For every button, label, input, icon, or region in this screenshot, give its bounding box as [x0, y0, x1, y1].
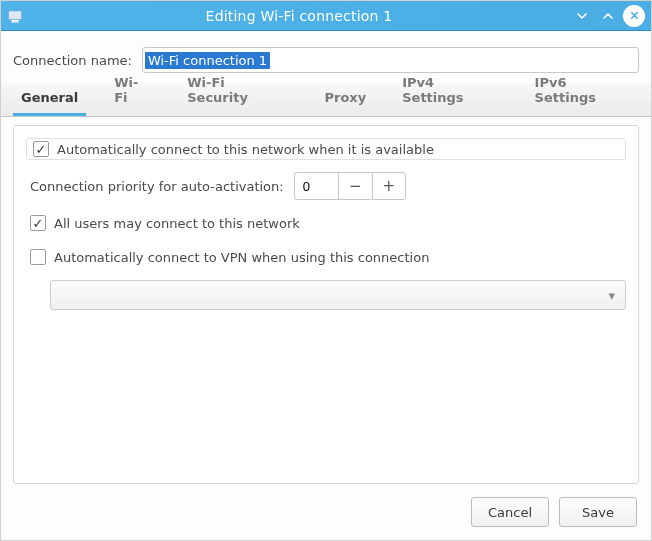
cancel-button[interactable]: Cancel [471, 497, 549, 527]
auto-vpn-checkbox[interactable] [30, 249, 46, 265]
chevron-down-icon: ▾ [608, 288, 615, 303]
connection-name-label: Connection name: [13, 53, 132, 68]
dialog-footer: Cancel Save [1, 492, 651, 540]
close-icon [629, 10, 640, 21]
dialog-body: Connection name: Wi-Fi connection 1 Gene… [1, 31, 651, 540]
tab-ipv4-settings[interactable]: IPv4 Settings [394, 67, 506, 116]
priority-increment-button[interactable]: + [372, 172, 406, 200]
tab-wi-fi[interactable]: Wi-Fi [106, 67, 159, 116]
network-connection-editor-window: Editing Wi-Fi connection 1 Connection na… [0, 0, 652, 541]
all-users-label: All users may connect to this network [54, 216, 300, 231]
auto-vpn-label: Automatically connect to VPN when using … [54, 250, 429, 265]
window-close-button[interactable] [623, 5, 645, 27]
save-button[interactable]: Save [559, 497, 637, 527]
all-users-row[interactable]: All users may connect to this network [26, 212, 626, 234]
save-button-label: Save [582, 505, 614, 520]
priority-label: Connection priority for auto-activation: [30, 179, 284, 194]
auto-connect-checkbox[interactable] [33, 141, 49, 157]
minus-icon: − [349, 177, 362, 195]
tab-content-general: Automatically connect to this network wh… [13, 125, 639, 484]
app-icon [5, 6, 25, 26]
window-expand-button[interactable] [597, 5, 619, 27]
plus-icon: + [382, 177, 395, 195]
tab-general[interactable]: General [13, 82, 86, 116]
tab-bar: GeneralWi-FiWi-Fi SecurityProxyIPv4 Sett… [1, 83, 651, 117]
all-users-checkbox[interactable] [30, 215, 46, 231]
chevron-down-icon [576, 10, 588, 22]
tab-ipv6-settings[interactable]: IPv6 Settings [527, 67, 639, 116]
window-title: Editing Wi-Fi connection 1 [31, 8, 567, 24]
connection-name-value-selected: Wi-Fi connection 1 [145, 52, 270, 69]
auto-connect-row[interactable]: Automatically connect to this network wh… [26, 138, 626, 160]
svg-rect-0 [8, 10, 22, 19]
cancel-button-label: Cancel [488, 505, 532, 520]
window-collapse-button[interactable] [571, 5, 593, 27]
priority-decrement-button[interactable]: − [338, 172, 372, 200]
titlebar: Editing Wi-Fi connection 1 [1, 1, 651, 31]
priority-input[interactable] [294, 172, 338, 200]
priority-row: Connection priority for auto-activation:… [26, 172, 626, 200]
tab-wi-fi-security[interactable]: Wi-Fi Security [179, 67, 296, 116]
auto-vpn-row[interactable]: Automatically connect to VPN when using … [26, 246, 626, 268]
chevron-up-icon [602, 10, 614, 22]
auto-connect-label: Automatically connect to this network wh… [57, 142, 434, 157]
svg-rect-1 [12, 20, 18, 22]
vpn-select-row: ▾ [26, 280, 626, 310]
tab-proxy[interactable]: Proxy [316, 82, 374, 116]
priority-spinbutton: − + [294, 172, 406, 200]
vpn-combobox[interactable]: ▾ [50, 280, 626, 310]
